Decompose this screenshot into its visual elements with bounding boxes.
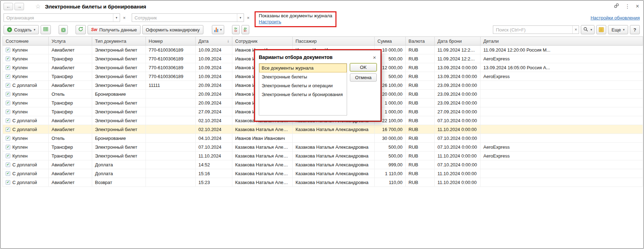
cell-currency[interactable]: RUB: [406, 99, 435, 107]
cell-date[interactable]: 20.09.2024: [196, 90, 232, 99]
cell-date[interactable]: 07.10.2024: [196, 143, 232, 152]
cell-details[interactable]: [481, 160, 643, 169]
cell-employee[interactable]: Казакова Наталья Александровна: [232, 169, 293, 178]
dr-cr-button[interactable]: DrCr: [232, 25, 240, 34]
forward-button[interactable]: →: [14, 3, 24, 10]
cell-service[interactable]: Трансфер: [49, 107, 92, 116]
cell-details[interactable]: [481, 107, 643, 116]
create-button[interactable]: + Создать ▾: [4, 25, 39, 34]
cell-service[interactable]: Отель: [49, 134, 92, 143]
cell-currency[interactable]: RUB: [406, 116, 435, 125]
cell-number[interactable]: 11111: [146, 81, 196, 90]
cell-number[interactable]: 770-6100306189: [146, 54, 196, 63]
cell-doc_type[interactable]: Электронный билет: [92, 72, 146, 81]
cell-state[interactable]: ✔Куплен: [3, 152, 49, 160]
column-header-doc_type[interactable]: Тип документа: [92, 37, 146, 46]
report-chart-button[interactable]: ▾: [212, 25, 225, 34]
cell-doc_type[interactable]: Электронный билет: [92, 81, 146, 90]
cell-currency[interactable]: RUB: [406, 134, 435, 143]
organization-input[interactable]: [4, 14, 113, 22]
cell-employee[interactable]: Казакова Наталья Александровна: [232, 125, 293, 134]
cell-service[interactable]: Отель: [49, 90, 92, 99]
cell-doc_type[interactable]: Электронный билет: [92, 143, 146, 152]
cell-state[interactable]: ✔С доплатой: [3, 116, 49, 125]
cell-currency[interactable]: RUB: [406, 81, 435, 90]
cell-employee[interactable]: Казакова Наталья Александровна: [232, 178, 293, 187]
cell-date[interactable]: 10.09.2024: [196, 46, 232, 54]
ok-button[interactable]: OK: [350, 63, 377, 71]
cell-booking_date[interactable]: 11.09.2024 12:20:00: [435, 46, 481, 54]
cell-booking_date[interactable]: 13.09.2024 0:00:00: [435, 72, 481, 81]
cell-state[interactable]: ✔Куплен: [3, 99, 49, 107]
cell-service[interactable]: Авиабилет: [49, 63, 92, 72]
cell-doc_type[interactable]: Электронный билет: [92, 63, 146, 72]
notes-button[interactable]: [596, 25, 606, 34]
cell-state[interactable]: ✔С доплатой: [3, 160, 49, 169]
table-row[interactable]: ✔КупленТрансферЭлектронный билет07.10.20…: [3, 143, 643, 152]
cell-service[interactable]: Авиабилет: [49, 81, 92, 90]
cell-service[interactable]: Авиабилет: [49, 169, 92, 178]
refresh-button[interactable]: [76, 25, 86, 34]
cell-booking_date[interactable]: 13.09.2024 0:00:00: [435, 63, 481, 72]
cell-service[interactable]: Трансфер: [49, 152, 92, 160]
cell-details[interactable]: [481, 90, 643, 99]
cell-employee[interactable]: Казакова Наталья Александровна: [232, 152, 293, 160]
cell-details[interactable]: AeroExpress: [481, 72, 643, 81]
cell-doc_type[interactable]: Бронирование: [92, 90, 146, 99]
cell-state[interactable]: ✔С доплатой: [3, 178, 49, 187]
column-header-number[interactable]: Номер: [146, 37, 196, 46]
cell-booking_date[interactable]: 11.10.2024 0:00:00: [435, 152, 481, 160]
column-header-date[interactable]: Дата↓: [196, 37, 232, 46]
column-header-passenger[interactable]: Пассажир: [293, 37, 375, 46]
column-header-details[interactable]: Детали: [481, 37, 643, 46]
cell-booking_date[interactable]: 23.09.2024 0:00:00: [435, 90, 481, 99]
cell-currency[interactable]: RUB: [406, 72, 435, 81]
table-row[interactable]: ✔КупленТрансферЭлектронный билет11.10.20…: [3, 152, 643, 160]
cell-currency[interactable]: RUB: [406, 143, 435, 152]
cell-doc_type[interactable]: Возврат: [92, 178, 146, 187]
cell-doc_type[interactable]: Электронный билет: [92, 99, 146, 107]
cell-state[interactable]: ✔Куплен: [3, 54, 49, 63]
cell-date[interactable]: 27.09.2024: [196, 107, 232, 116]
cell-state[interactable]: ✔С доплатой: [3, 125, 49, 134]
cell-booking_date[interactable]: 11.10.2024 0:00:00: [435, 125, 481, 134]
cell-details[interactable]: [481, 178, 643, 187]
search-input[interactable]: [493, 26, 572, 34]
cell-number[interactable]: [146, 152, 196, 160]
cell-amount[interactable]: 500,00: [375, 143, 406, 152]
search-button[interactable]: ▾: [581, 25, 595, 34]
filter-option[interactable]: Электронные билеты: [259, 72, 347, 81]
column-header-amount[interactable]: Сумма: [375, 37, 406, 46]
cell-passenger[interactable]: Казакова Наталья Александровна: [293, 169, 375, 178]
cell-number[interactable]: [146, 143, 196, 152]
search-clear-icon[interactable]: ×: [572, 26, 579, 34]
cell-doc_type[interactable]: Бронирование: [92, 134, 146, 143]
cell-number[interactable]: [146, 160, 196, 169]
cell-number[interactable]: [146, 90, 196, 99]
cell-state[interactable]: ✔Куплен: [3, 134, 49, 143]
cell-details[interactable]: 11.09.2024 12:20:00 Россия М...: [481, 46, 643, 54]
cell-number[interactable]: [146, 134, 196, 143]
cell-date[interactable]: 10.09.2024: [196, 54, 232, 63]
cell-date[interactable]: 11.10.2024: [196, 152, 232, 160]
cell-booking_date[interactable]: 07.10.2024 0:00:00: [435, 160, 481, 169]
more-menu-icon[interactable]: ⋮: [625, 3, 630, 10]
cell-passenger[interactable]: [293, 134, 375, 143]
cell-details[interactable]: [481, 81, 643, 90]
cell-number[interactable]: 770-6100306189: [146, 63, 196, 72]
cell-currency[interactable]: RUB: [406, 63, 435, 72]
cell-doc_type[interactable]: Электронный билет: [92, 152, 146, 160]
cell-date[interactable]: 14:52: [196, 160, 232, 169]
cell-currency[interactable]: RUB: [406, 178, 435, 187]
chevron-down-icon[interactable]: ▾: [237, 14, 244, 22]
link-icon[interactable]: [614, 3, 619, 10]
more-button[interactable]: Еще ▾: [608, 25, 628, 34]
cell-currency[interactable]: RUB: [406, 152, 435, 160]
cell-passenger[interactable]: Казакова Наталья Александровна: [293, 143, 375, 152]
cell-employee[interactable]: Казакова Наталья Александровна: [232, 143, 293, 152]
employee-clear-icon[interactable]: ×: [245, 14, 251, 21]
cell-booking_date[interactable]: 07.10.2024 0:00:00: [435, 134, 481, 143]
cell-passenger[interactable]: Казакова Наталья Александровна: [293, 152, 375, 160]
cell-number[interactable]: 770-6100306189: [146, 46, 196, 54]
table-row[interactable]: ✔С доплатойАвиабилетВозврат15:23Казакова…: [3, 178, 643, 187]
